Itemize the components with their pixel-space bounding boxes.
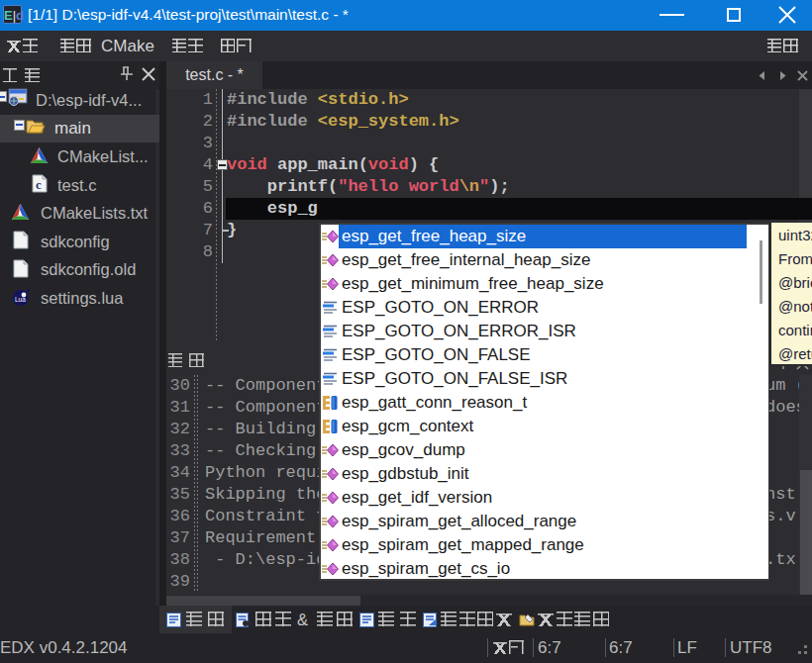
- svg-text:c: c: [36, 177, 42, 192]
- svg-text:Lua: Lua: [15, 296, 26, 303]
